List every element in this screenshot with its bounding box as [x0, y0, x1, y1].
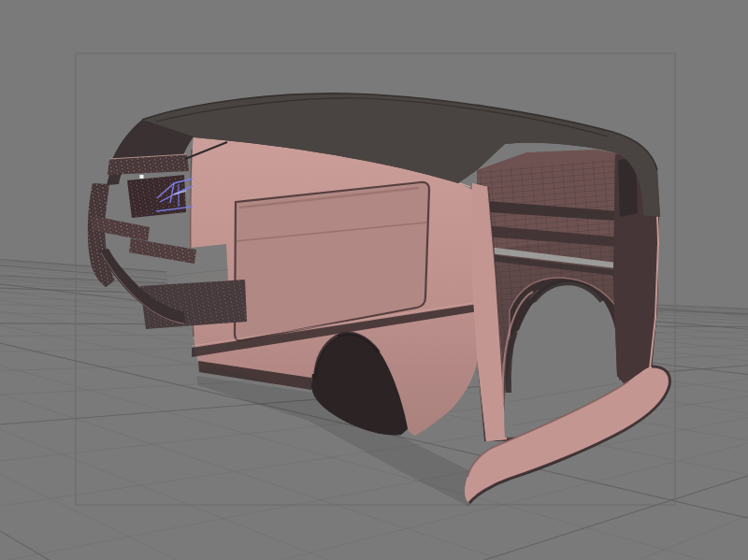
viewport-canvas[interactable] — [0, 0, 748, 560]
pivot-point-dot[interactable] — [140, 175, 144, 179]
viewport-3d[interactable] — [0, 0, 748, 560]
